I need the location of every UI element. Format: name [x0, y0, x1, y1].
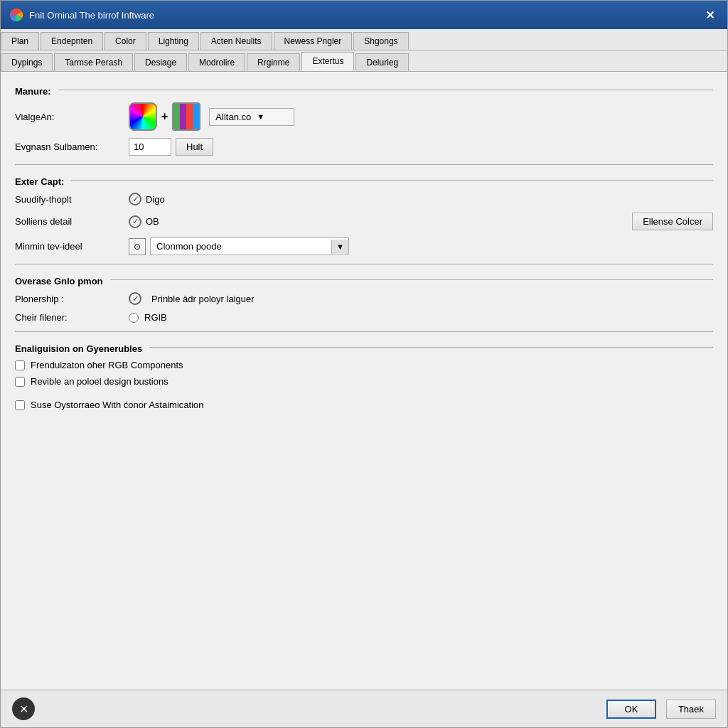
- overase-divider: [110, 279, 713, 280]
- tab-newess-pngler[interactable]: Newess Pngler: [274, 32, 353, 50]
- plonership-value: Prinble àdr poloyr laiguer: [151, 294, 255, 304]
- footer-left: ✕: [12, 697, 35, 720]
- footer: ✕ OK Thaek: [1, 690, 727, 727]
- suudify-checkmark-icon: ✓: [129, 193, 141, 205]
- dropdown-arrow-icon: ▼: [257, 112, 264, 121]
- section-divider-3: [15, 331, 713, 332]
- ellense-button[interactable]: Ellense Colcer: [632, 213, 713, 230]
- tab-shgongs[interactable]: Shgongs: [353, 32, 408, 50]
- checkbox3-row: Suse Oystorraeo With ćonor Astaimication: [15, 400, 713, 410]
- cheir-value: RGIB: [144, 312, 167, 323]
- checkbox1-input[interactable]: [15, 360, 25, 370]
- minmin-label: Minmin tev-ideel: [15, 241, 129, 252]
- tab-color[interactable]: Color: [105, 32, 146, 50]
- tab-plan[interactable]: Plan: [1, 32, 39, 50]
- color-wheel-icon[interactable]: [129, 102, 157, 131]
- checkbox2-input[interactable]: [15, 377, 25, 387]
- tabs-row1: Plan Endepnten Color Lighting Acten Neul…: [1, 29, 727, 50]
- manure-title: Manure:: [15, 86, 51, 97]
- footer-close-button[interactable]: ✕: [12, 697, 35, 720]
- app-icon: [9, 8, 23, 22]
- footer-right: OK Thaek: [602, 700, 716, 719]
- minmin-dropdown-arrow-icon[interactable]: ▼: [331, 240, 348, 254]
- suudify-value: Digo: [146, 194, 165, 205]
- plonership-row: Plonership : ✓ Prinble àdr poloyr laigue…: [15, 292, 713, 305]
- cheir-row: Cheir filener: RGIB: [15, 312, 713, 323]
- exter-capt-divider: [71, 180, 713, 181]
- minmin-dropdown[interactable]: Clonmon poode ▼: [150, 237, 349, 255]
- evgnasn-row: Evgnasn Sulbamen: Hult: [15, 138, 713, 156]
- enaliguision-divider: [149, 347, 713, 348]
- solliens-row: Solliens detail ✓ OB Ellense Colcer: [15, 213, 713, 230]
- alltan-dropdown[interactable]: Alltan.co ▼: [209, 108, 294, 126]
- checkbox3-label: Suse Oystorraeo With ćonor Astaimication: [31, 400, 204, 410]
- cheir-radio-row: RGIB: [129, 312, 167, 323]
- alltan-dropdown-value: Alltan.co: [215, 112, 251, 122]
- close-icon: ✕: [19, 702, 28, 716]
- overase-section-header: Overase Gnlo pmon: [15, 273, 713, 287]
- tab-acten-neulits[interactable]: Acten Neulits: [200, 32, 272, 50]
- solliens-value: OB: [146, 216, 159, 227]
- manure-section-header: Manure:: [15, 83, 713, 97]
- plonership-label: Plonership :: [15, 294, 129, 304]
- tab-desiage[interactable]: Desiage: [134, 53, 187, 71]
- suudify-row: Suudify-thoplt ✓ Digo: [15, 193, 713, 205]
- exter-capt-title: Exter Capt:: [15, 176, 64, 187]
- enaliguision-title: Enaliguision on Gyenerubles: [15, 343, 142, 354]
- manure-divider: [58, 90, 713, 90]
- tab-dypings[interactable]: Dypings: [1, 53, 53, 71]
- minmin-dropdown-value: Clonmon poode: [151, 238, 331, 255]
- section-divider-1: [15, 164, 713, 165]
- minmin-icon: ⊙: [129, 238, 146, 255]
- window-title: Fnit Orninal The birrof Inftware: [29, 10, 154, 21]
- tab-lighting[interactable]: Lighting: [148, 32, 199, 50]
- vialge-label: VialgeAn:: [15, 112, 129, 122]
- hult-button[interactable]: Hult: [176, 138, 213, 156]
- plonership-radio-row: ✓ Prinble àdr poloyr laiguer: [129, 292, 255, 305]
- checkbox3-input[interactable]: [15, 400, 25, 410]
- checkbox1-row: Frenduizaton oher RGB Components: [15, 360, 713, 370]
- cheir-radio-input[interactable]: [129, 313, 139, 323]
- ok-button[interactable]: OK: [606, 700, 656, 719]
- vialge-row: VialgeAn: + Alltan.co ▼: [15, 102, 713, 131]
- plus-sign: +: [161, 110, 168, 123]
- enaliguision-section-header: Enaliguision on Gyenerubles: [15, 341, 713, 354]
- title-bar: Fnit Orninal The birrof Inftware ✕: [1, 1, 727, 29]
- section-divider-2: [15, 264, 713, 264]
- window-close-button[interactable]: ✕: [701, 7, 719, 23]
- evgnasn-input[interactable]: [129, 138, 171, 156]
- solliens-checkmark-icon: ✓: [129, 215, 141, 228]
- cheir-label: Cheir filener:: [15, 312, 129, 323]
- main-window: Fnit Orninal The birrof Inftware ✕ Plan …: [0, 0, 728, 728]
- title-bar-left: Fnit Orninal The birrof Inftware: [9, 8, 154, 22]
- minmin-row: Minmin tev-ideel ⊙ Clonmon poode ▼: [15, 237, 713, 255]
- checkbox1-label: Frenduizaton oher RGB Components: [31, 360, 183, 370]
- tab-extertus[interactable]: Extertus: [301, 52, 354, 71]
- tab-endepnten[interactable]: Endepnten: [41, 32, 103, 50]
- exter-capt-section-header: Exter Capt:: [15, 173, 713, 187]
- color-strip-icon[interactable]: [172, 102, 200, 131]
- thaek-button[interactable]: Thaek: [666, 700, 716, 719]
- tabs-row2: Dypings Tarmse Perash Desiage Modrolire …: [1, 50, 727, 72]
- evgnasn-label: Evgnasn Sulbamen:: [15, 141, 129, 152]
- solliens-label: Solliens detail: [15, 216, 129, 227]
- tab-tarmse-perash[interactable]: Tarmse Perash: [54, 53, 133, 71]
- main-content: Manure: VialgeAn: + Alltan.co ▼ Evgnasn …: [1, 72, 727, 690]
- checkbox2-row: Revible an poloel design bustions: [15, 376, 713, 387]
- overase-title: Overase Gnlo pmon: [15, 276, 103, 287]
- suudify-label: Suudify-thoplt: [15, 194, 129, 205]
- plonership-radio-icon: ✓: [129, 292, 141, 305]
- checkbox2-label: Revible an poloel design bustions: [31, 376, 168, 387]
- tab-modrolire[interactable]: Modrolire: [188, 53, 245, 71]
- tab-delurieg[interactable]: Delurieg: [355, 53, 409, 71]
- tab-rrginme[interactable]: Rrginme: [247, 53, 300, 71]
